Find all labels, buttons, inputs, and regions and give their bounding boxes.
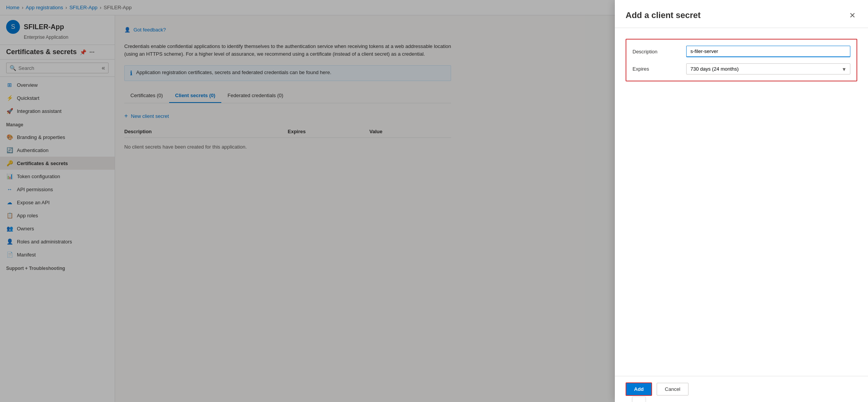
panel-header: Add a client secret ✕	[615, 0, 868, 28]
add-client-secret-panel: Add a client secret ✕ Description Expire…	[615, 0, 868, 402]
expires-select-wrap: 90 days (3 months) 180 days (6 months) 3…	[686, 63, 850, 74]
cancel-button[interactable]: Cancel	[657, 383, 688, 395]
form-section: Description Expires 90 days (3 months) 1…	[626, 39, 857, 81]
form-row-description: Description	[632, 46, 850, 57]
description-label: Description	[632, 49, 686, 55]
description-input[interactable]	[686, 46, 850, 57]
form-row-expires: Expires 90 days (3 months) 180 days (6 m…	[632, 63, 850, 74]
close-panel-button[interactable]: ✕	[848, 9, 857, 22]
expires-label: Expires	[632, 66, 686, 72]
panel-footer: Add Add Cancel	[615, 376, 868, 402]
add-button[interactable]: Add Add	[626, 382, 652, 396]
panel-body: Description Expires 90 days (3 months) 1…	[615, 28, 868, 376]
expires-select[interactable]: 90 days (3 months) 180 days (6 months) 3…	[686, 63, 850, 74]
add-button-tooltip: Add	[632, 397, 646, 402]
add-button-label: Add	[634, 386, 644, 392]
panel-title: Add a client secret	[626, 10, 701, 20]
